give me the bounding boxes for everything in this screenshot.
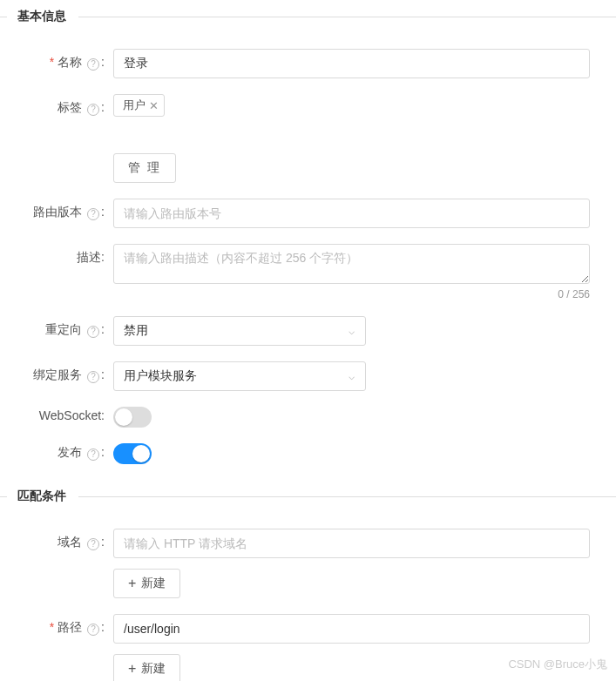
plus-icon: + <box>128 661 136 677</box>
tag-item[interactable]: 用户 ✕ <box>113 94 165 117</box>
section-match-conditions: 匹配条件 <box>0 480 616 513</box>
close-icon[interactable]: ✕ <box>149 99 159 112</box>
redirect-select[interactable]: 禁用 ⌵ <box>113 316 366 346</box>
websocket-toggle[interactable] <box>113 407 152 428</box>
route-version-input[interactable] <box>113 199 590 228</box>
section-basic-info: 基本信息 <box>0 0 616 33</box>
char-count: 0 / 256 <box>113 288 590 300</box>
select-value: 用户模块服务 <box>124 368 197 384</box>
row-tags: 标签 ?: 用户 ✕ 管 理 <box>0 94 616 183</box>
help-icon[interactable]: ? <box>87 371 99 383</box>
publish-toggle[interactable] <box>113 443 152 464</box>
help-icon[interactable]: ? <box>87 448 99 461</box>
row-redirect: 重定向 ?: 禁用 ⌵ <box>0 316 616 346</box>
help-icon[interactable]: ? <box>87 326 99 338</box>
row-name: *名称 ?: <box>0 49 616 78</box>
section-title: 匹配条件 <box>17 489 66 502</box>
label-route-version: 路由版本 ?: <box>9 199 113 220</box>
row-domain: 域名 ?: + 新建 <box>0 529 616 598</box>
row-websocket: WebSocket: <box>0 407 616 428</box>
required-mark: * <box>50 620 54 634</box>
help-icon[interactable]: ? <box>87 58 99 71</box>
section-title: 基本信息 <box>17 9 66 23</box>
label-tags: 标签 ?: <box>9 94 113 116</box>
label-name: *名称 ?: <box>9 49 113 71</box>
help-icon[interactable]: ? <box>87 538 99 550</box>
label-publish: 发布 ?: <box>9 443 113 461</box>
name-input[interactable] <box>113 49 590 78</box>
description-textarea[interactable] <box>113 244 590 284</box>
plus-icon: + <box>128 576 136 591</box>
label-bind-service: 绑定服务 ?: <box>9 361 113 383</box>
manage-button[interactable]: 管 理 <box>113 153 176 183</box>
help-icon[interactable]: ? <box>87 104 99 116</box>
help-icon[interactable]: ? <box>87 624 99 636</box>
label-path: *路径 ?: <box>9 614 113 636</box>
path-create-button[interactable]: + 新建 <box>113 654 180 681</box>
label-domain: 域名 ?: <box>9 529 113 550</box>
domain-create-button[interactable]: + 新建 <box>113 569 180 598</box>
label-description: 描述: <box>9 244 113 266</box>
chevron-down-icon: ⌵ <box>349 370 355 382</box>
row-publish: 发布 ?: <box>0 443 616 464</box>
label-redirect: 重定向 ?: <box>9 316 113 338</box>
watermark: CSDN @Bruce小鬼 <box>508 657 607 672</box>
tag-label: 用户 <box>123 98 146 113</box>
bind-service-select[interactable]: 用户模块服务 ⌵ <box>113 361 366 391</box>
row-description: 描述: 0 / 256 <box>0 244 616 300</box>
row-bind-service: 绑定服务 ?: 用户模块服务 ⌵ <box>0 361 616 391</box>
row-route-version: 路由版本 ?: <box>0 199 616 228</box>
help-icon[interactable]: ? <box>87 208 99 220</box>
chevron-down-icon: ⌵ <box>349 325 355 337</box>
path-input[interactable] <box>113 614 590 644</box>
domain-input[interactable] <box>113 529 590 558</box>
select-value: 禁用 <box>124 323 148 339</box>
label-websocket: WebSocket: <box>9 407 113 422</box>
required-mark: * <box>50 55 54 69</box>
